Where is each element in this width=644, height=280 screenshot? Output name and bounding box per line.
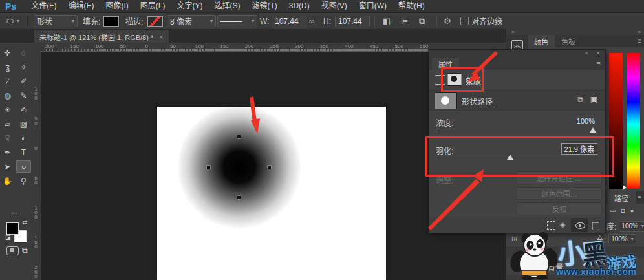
menu-item[interactable]: 滤镜(T)	[246, 0, 283, 12]
tool-mode-value: 形状	[37, 16, 52, 27]
stroke-color-swatch[interactable]	[147, 13, 163, 29]
menu-item[interactable]: 图像(I)	[100, 0, 134, 12]
stroke-width-select[interactable]: 8 像素 ▾	[167, 13, 216, 29]
collapse-panels-icon[interactable]: «	[511, 29, 514, 35]
ruler-tick-label: 100	[95, 43, 103, 49]
color-range-button[interactable]: 颜色范围…	[517, 187, 602, 200]
path-arrangement-icon[interactable]: ⧉	[419, 13, 425, 29]
close-panel-icon[interactable]: ×	[596, 50, 600, 57]
move-tool[interactable]: ✛	[0, 47, 15, 59]
invert-button[interactable]: 反相	[517, 202, 602, 215]
default-colors-icon[interactable]: ◪	[5, 234, 11, 241]
gradient-tool[interactable]: ▧	[16, 118, 31, 130]
spectrum-slider-icon[interactable]	[623, 185, 627, 190]
lock-all-icon[interactable]: ◘	[621, 207, 625, 214]
smudge-tool[interactable]: ☟	[0, 132, 15, 144]
menu-item[interactable]: 帮助(H)	[392, 0, 431, 12]
path-anchor-bottom[interactable]	[237, 196, 241, 199]
align-edges-label: 对齐边缘	[471, 13, 502, 29]
healing-brush-tool[interactable]: ◍	[0, 89, 15, 102]
apply-mask-icon[interactable]: ◈	[560, 221, 565, 229]
expand-panels-icon[interactable]: »	[638, 29, 641, 35]
properties-titlebar[interactable]: « ×	[429, 50, 605, 58]
vector-mask-icon[interactable]: ▣	[590, 95, 597, 104]
zoom-tool[interactable]: ⚲	[16, 175, 31, 187]
menu-item[interactable]: 3D(D)	[283, 0, 316, 12]
mask-thumbnail[interactable]	[435, 92, 457, 109]
chevron-down-icon: ▾	[17, 18, 19, 24]
settings-gear-icon[interactable]: ⚙	[444, 13, 451, 29]
dodge-tool[interactable]: ◐	[16, 132, 31, 144]
tools-panel: ✛◌ʓ✧⌿✐◍✎⍟✍▱▧☟◐✒T➤○✋⚲ ⋯ ⇄ ◪ ⧉	[0, 43, 33, 280]
delete-mask-icon[interactable]	[592, 222, 599, 230]
panel-menu-icon[interactable]: ≡	[597, 59, 601, 67]
lasso-tool[interactable]: ʓ	[0, 61, 15, 73]
tab-color[interactable]: 颜色	[528, 35, 555, 47]
document-tab[interactable]: 未标题-1 @ 121% (椭圆 1, RGB/8) * ×	[34, 30, 169, 43]
ruler-tick-label: 150	[220, 43, 228, 49]
ruler-tick-label: 50	[33, 116, 39, 125]
shape-height-field[interactable]: 107.44	[335, 13, 370, 29]
menu-item[interactable]: 编辑(E)	[62, 0, 100, 12]
menu-item[interactable]: 图层(L)	[134, 0, 171, 12]
stroke-style-select[interactable]: ▾	[217, 13, 257, 29]
menu-item[interactable]: 窗口(W)	[353, 0, 392, 12]
eyedropper-tool[interactable]: ✐	[16, 75, 31, 87]
menu-item[interactable]: 视图(V)	[316, 0, 353, 12]
close-tab-icon[interactable]: ×	[159, 33, 163, 41]
density-slider[interactable]	[436, 133, 597, 133]
density-value[interactable]: 100%	[574, 116, 597, 126]
menu-item[interactable]: 选择(S)	[208, 0, 246, 12]
add-mask-icon[interactable]: ⧉	[577, 95, 583, 104]
quick-mask-button[interactable]	[6, 246, 19, 255]
ellipse-path-outline[interactable]	[209, 136, 271, 199]
foreground-color-swatch[interactable]	[6, 222, 19, 235]
clone-stamp-tool[interactable]: ⍟	[0, 103, 15, 116]
load-selection-icon[interactable]	[547, 221, 555, 230]
path-alignment-icon[interactable]: ⊫	[401, 13, 408, 29]
tools-grid: ✛◌ʓ✧⌿✐◍✎⍟✍▱▧☟◐✒T➤○✋⚲	[0, 47, 32, 187]
pen-tool[interactable]: ✒	[0, 146, 15, 158]
canvas[interactable]	[157, 107, 386, 280]
fill-color-swatch[interactable]	[103, 13, 119, 29]
tool-preset-picker[interactable]: ⬭ ▾	[6, 13, 19, 29]
height-label: H:	[323, 13, 331, 29]
ruler-tick-label: 100	[33, 86, 39, 100]
path-selection-tool[interactable]: ➤	[0, 160, 15, 173]
menu-item[interactable]: 文件(F)	[25, 0, 62, 12]
lock-position-icon[interactable]: ●	[630, 207, 634, 214]
path-anchor-left[interactable]	[207, 166, 210, 169]
tab-paths[interactable]: 路径	[607, 191, 636, 204]
swap-colors-icon[interactable]: ⇄	[22, 219, 27, 226]
width-label: W:	[260, 13, 269, 29]
panel-menu-icon[interactable]: ≡	[638, 38, 641, 45]
ruler-tick-label: 150	[70, 43, 79, 49]
marquee-tool[interactable]: ◌	[16, 47, 31, 59]
path-anchor-top[interactable]	[237, 135, 241, 138]
link-dimensions-icon[interactable]: ∞	[309, 13, 315, 29]
screen-mode-button[interactable]: ⧉	[22, 246, 28, 255]
density-slider-thumb[interactable]	[590, 127, 596, 133]
panel-menu-icon[interactable]: ≡	[638, 194, 641, 201]
tool-mode-select[interactable]: 形状 ▾	[34, 13, 78, 29]
crop-tool[interactable]: ⌿	[0, 75, 15, 87]
magic-wand-tool[interactable]: ✧	[16, 61, 31, 73]
path-operations-icon[interactable]: ◧	[383, 13, 391, 29]
history-brush-tool[interactable]: ✍	[16, 103, 31, 116]
more-tools-icon[interactable]: ⋯	[12, 210, 19, 217]
shape-width-field[interactable]: 107.44	[272, 13, 306, 29]
pencil-tool[interactable]: ✎	[16, 89, 31, 102]
lock-transparency-icon[interactable]: ▭	[610, 207, 616, 214]
density-label: 浓度:	[436, 117, 453, 128]
hand-tool[interactable]: ✋	[0, 175, 15, 187]
collapse-panel-icon[interactable]: «	[585, 50, 588, 56]
chevron-down-icon: ▾	[210, 18, 213, 24]
path-anchor-right[interactable]	[268, 166, 271, 169]
ellipse-tool[interactable]: ○	[16, 160, 31, 173]
menu-item[interactable]: 文字(Y)	[171, 0, 208, 12]
align-edges-checkbox[interactable]	[460, 13, 469, 29]
eraser-tool[interactable]: ▱	[0, 118, 15, 130]
hue-spectrum-ramp[interactable]	[627, 53, 640, 189]
tab-swatches[interactable]: 色板	[555, 35, 582, 47]
type-tool[interactable]: T	[16, 146, 31, 158]
